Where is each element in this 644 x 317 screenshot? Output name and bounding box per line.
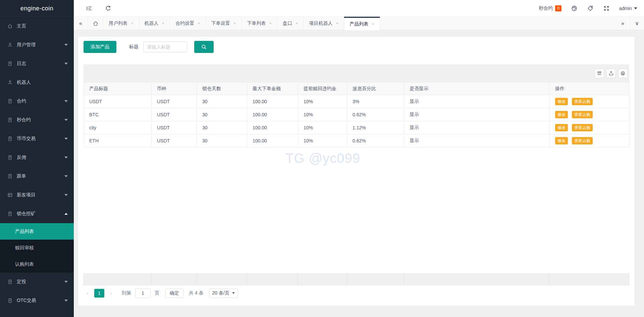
sidebar-item-logs[interactable]: 日志 [0, 54, 74, 73]
view-subscriptions-button[interactable]: 查看认购 [572, 124, 593, 131]
tab-project-robot[interactable]: 项目机器人× [304, 17, 344, 30]
cell-max: 100.00 [247, 108, 298, 121]
module-indicator[interactable]: 秒合约 0 [539, 5, 561, 11]
sidebar-item-second-contract[interactable]: 秒合约 [0, 111, 74, 129]
sidebar-item-lock-mining[interactable]: 锁仓挖矿 [0, 204, 74, 223]
close-icon[interactable]: × [233, 21, 236, 26]
confirm-page-button[interactable]: 确定 [165, 289, 183, 298]
user-icon [7, 80, 13, 85]
tab-product-list[interactable]: 产品列表× [344, 17, 380, 30]
cell-penalty: 10% [298, 108, 347, 121]
add-product-button[interactable]: 添加产品 [84, 41, 116, 53]
column-header: 派息百分比 [347, 82, 404, 95]
chevron-down-icon: ∨ [635, 20, 639, 26]
edit-button[interactable]: 修改 [555, 137, 568, 144]
table-row: USDT USDT 30 100.00 10% 3% 显示 修改 查看认购 [84, 95, 630, 108]
submenu-item-subscribe-list[interactable]: 认购列表 [0, 256, 74, 272]
prev-page-button[interactable]: ‹ [84, 290, 92, 296]
title-filter-label: 标题 [129, 44, 139, 50]
chevron-down-icon [64, 300, 68, 302]
view-subscriptions-button[interactable]: 查看认购 [572, 137, 593, 144]
close-icon[interactable]: × [296, 21, 298, 26]
close-icon[interactable]: × [372, 21, 374, 26]
tab-label: 产品列表 [350, 21, 368, 27]
document-icon [7, 117, 13, 123]
tabs-scroll-left-button[interactable]: « [74, 17, 88, 30]
cell-actions: 修改 查看认购 [550, 134, 630, 147]
edit-button[interactable]: 修改 [555, 124, 568, 131]
tab-home[interactable] [88, 17, 103, 30]
sidebar-item-rebate[interactable]: 反佣 [0, 148, 74, 167]
sidebar-item-label: 锁仓挖矿 [17, 211, 64, 217]
sidebar-item-home[interactable]: 主页 [0, 17, 74, 36]
cell-actions: 修改 查看认购 [550, 108, 630, 121]
export-button[interactable] [606, 69, 616, 78]
tab-label: 下单列表 [247, 20, 266, 26]
cell-actions: 修改 查看认购 [550, 95, 630, 108]
product-list-card: 添加产品 标题 [78, 37, 635, 306]
sidebar-item-robot[interactable]: 机器人 [0, 73, 74, 92]
cell-coin: USDT [152, 95, 197, 108]
tab-robot[interactable]: 机器人× [139, 17, 170, 30]
tabs-menu-button[interactable]: ∨ [630, 17, 644, 30]
double-chevron-right-icon: » [621, 20, 624, 26]
tab-order-list[interactable]: 下单列表× [241, 17, 277, 30]
title-search-input[interactable] [143, 42, 187, 52]
chevron-down-icon [64, 281, 68, 283]
theme-palette-icon[interactable] [571, 5, 578, 12]
next-page-button[interactable]: › [107, 290, 115, 296]
columns-icon [597, 71, 602, 76]
sidebar-item-new-project[interactable]: 新发项目 [0, 186, 74, 204]
tag-icon[interactable] [587, 5, 594, 12]
close-icon[interactable]: × [269, 21, 272, 26]
sidebar-item-label: 合约 [17, 98, 64, 104]
app-logo: engine-coin [0, 0, 74, 17]
refresh-icon[interactable] [105, 5, 112, 12]
collapse-sidebar-icon[interactable] [86, 5, 93, 12]
view-subscriptions-button[interactable]: 查看认购 [572, 98, 593, 105]
print-button[interactable] [618, 69, 628, 78]
search-button[interactable] [194, 41, 214, 53]
user-menu[interactable]: admin [619, 6, 637, 11]
edit-button[interactable]: 修改 [555, 111, 568, 118]
submenu-item-label: 赎回审核 [15, 245, 34, 251]
tab-market-depth[interactable]: 盘口× [277, 17, 304, 30]
edit-button[interactable]: 修改 [555, 98, 568, 105]
fullscreen-icon[interactable] [603, 5, 610, 12]
close-icon[interactable]: × [198, 21, 200, 26]
per-page-select[interactable]: 20 条/页 [209, 289, 238, 298]
card-icon [7, 192, 13, 198]
tab-order-settings[interactable]: 下单设置× [206, 17, 242, 30]
tab-user-list[interactable]: 用户列表× [103, 17, 139, 30]
export-icon [608, 71, 614, 76]
submenu-item-product-list[interactable]: 产品列表 [0, 223, 74, 240]
sidebar-item-user-management[interactable]: 用户管理 [0, 36, 74, 54]
goto-page-input[interactable] [135, 289, 151, 298]
current-page-button[interactable]: 1 [94, 289, 104, 298]
close-icon[interactable]: × [131, 21, 133, 26]
close-icon[interactable]: × [336, 21, 339, 26]
document-icon [7, 61, 13, 66]
tab-label: 机器人 [145, 20, 159, 26]
column-header: 币种 [152, 82, 197, 95]
cell-penalty: 10% [298, 121, 347, 134]
sidebar-item-fixed-invest[interactable]: 定投 [0, 272, 74, 291]
sidebar-item-otc-trade[interactable]: OTC交易 [0, 291, 74, 310]
cell-coin: USDT [152, 134, 197, 147]
chevron-down-icon [64, 44, 68, 46]
tab-contract-settings[interactable]: 合约设置× [170, 17, 206, 30]
tabs-scroll-right-button[interactable]: » [616, 17, 630, 30]
column-settings-button[interactable] [595, 69, 604, 78]
sidebar-item-coin-trade[interactable]: 币币交易 [0, 129, 74, 148]
cell-coin: USDT [152, 108, 197, 121]
sidebar-item-label: 主页 [17, 23, 68, 29]
view-subscriptions-button[interactable]: 查看认购 [572, 111, 593, 118]
sidebar-item-contract[interactable]: 合约 [0, 92, 74, 111]
sidebar-item-follow-order[interactable]: 跟单 [0, 167, 74, 186]
cell-visible: 显示 [404, 95, 550, 108]
close-icon[interactable]: × [162, 21, 165, 26]
submenu-item-redeem-review[interactable]: 赎回审核 [0, 240, 74, 256]
toolbar: 添加产品 标题 [84, 41, 629, 53]
cell-max: 100.00 [247, 95, 298, 108]
cell-title: ETH [84, 134, 152, 147]
